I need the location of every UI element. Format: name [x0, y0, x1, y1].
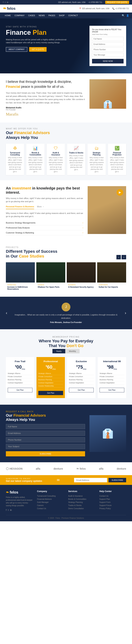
footer-link-item[interactable]: Trades & Stocks	[68, 504, 95, 507]
footer-link-item[interactable]: Audit & Insurance	[68, 494, 95, 498]
footer-facebook-icon[interactable]: f	[6, 509, 6, 511]
tab-personal-finance[interactable]: Personal Finance & Business	[6, 206, 34, 209]
nav-cases[interactable]: CASES	[26, 12, 37, 18]
form-message-input[interactable]	[92, 53, 124, 57]
service-card-projection: 💹 Financial Projection Why money in thei…	[108, 144, 126, 175]
toggle-monthly[interactable]: Monthly	[65, 349, 80, 353]
cta-subject-input[interactable]	[6, 444, 85, 449]
play-button[interactable]: ▶	[117, 189, 123, 196]
cta-name-input[interactable]	[6, 424, 85, 429]
testimonial-next-button[interactable]: ›	[125, 311, 126, 316]
partner-1: alfa	[36, 467, 40, 470]
case-header: PROJECTS Different Types of Successin Ou…	[6, 246, 126, 259]
footer-link-item[interactable]: Demo Consultation	[68, 507, 95, 510]
case-next-button[interactable]: ›	[122, 255, 126, 259]
nav-home[interactable]: HOME	[3, 12, 13, 18]
author-signature: Marafis	[6, 112, 85, 116]
case-tag-1: FINANCE	[38, 284, 64, 286]
cta-email-input[interactable]	[6, 430, 85, 436]
nav-contact[interactable]: CONTACT	[66, 12, 79, 18]
main-nav: HOME COMPANY CASES NEWS PAGES SHOP CONTA…	[0, 12, 132, 18]
footer-social-links[interactable]: f t in	[6, 509, 33, 511]
search-icon[interactable]: 🔍	[122, 14, 125, 17]
footer-link-item[interactable]: Financial Advisors	[37, 498, 64, 501]
service-desc-3: Why money in their office, right? If als…	[69, 154, 83, 171]
form-email-input[interactable]	[92, 42, 124, 46]
service-card-strategic: 🗂 Strategic Planning Why money in their …	[87, 144, 106, 175]
form-name-input[interactable]	[92, 37, 124, 41]
footer-link-item[interactable]: Bonds & Commodities	[68, 498, 95, 501]
about-body: Your money don't break you now. That's c…	[6, 92, 85, 104]
cta-phone-input[interactable]	[6, 437, 85, 442]
plan-button-1[interactable]: Get Plan	[38, 391, 63, 395]
nav-news[interactable]: NEWS	[37, 12, 47, 18]
case-overlay-1: FINANCE Dhabour For Spare Parts	[36, 282, 65, 290]
footer-link-item[interactable]: Support Plan	[99, 498, 126, 501]
form-phone-input[interactable]	[92, 48, 124, 52]
case-image-1	[36, 262, 65, 282]
investment-content: An investment in knowledge pays the best…	[6, 186, 83, 235]
case-overlay-2: BUSINESS A Homeland Security Agency	[67, 282, 96, 290]
service-title-5: Financial Projection	[110, 152, 124, 156]
footer-link-item[interactable]: Support Form	[99, 501, 126, 504]
plan-button-2[interactable]: Get Plan	[69, 388, 94, 392]
case-overlay-3: CORPORATE Sultan for Car Imports	[97, 282, 126, 290]
newsletter-email-input[interactable]	[74, 478, 107, 482]
footer-linkedin-icon[interactable]: in	[10, 509, 12, 511]
toggle-yearly[interactable]: Yearly	[53, 349, 65, 353]
pricing-card-professional: Professional $60/mo Strategic Alliance P…	[36, 357, 65, 398]
linkedin-icon[interactable]: in	[7, 1, 8, 3]
case-prev-button[interactable]: ‹	[116, 255, 121, 259]
turnaround-icon: ♻	[8, 146, 22, 151]
form-submit-button[interactable]: SEND NOW	[92, 59, 124, 64]
newsletter-subscribe-button[interactable]: SUBSCRIBE	[109, 478, 126, 482]
case-image-3	[97, 262, 126, 282]
footer-link-item[interactable]: Contact Us	[99, 494, 126, 498]
partner-icon-0: ⬡	[6, 467, 9, 471]
services-title: Our Financial AdvisorsAlways Help You	[6, 130, 126, 140]
request-quote-button[interactable]: REQUEST FOR QUOTE	[105, 1, 129, 4]
footer-link-item[interactable]: Privacy Policy	[99, 507, 126, 510]
user-icon[interactable]: 👤	[126, 14, 129, 17]
twitter-icon[interactable]: t	[5, 1, 5, 3]
case-card-3: CORPORATE Sultan for Car Imports	[97, 262, 126, 292]
social-links[interactable]: f t in	[3, 1, 8, 3]
newsletter-title: Get our latest company updates	[6, 480, 42, 482]
nav-shop[interactable]: SHOP	[57, 12, 66, 18]
footer-services-links: Audit & Insurance Bonds & Commodities St…	[68, 494, 95, 510]
nav-pages[interactable]: PAGES	[47, 12, 57, 18]
footer-link-item[interactable]: Turnaround Consulting	[37, 494, 64, 498]
plan-button-3[interactable]: Get Plan	[100, 388, 124, 392]
hero-tag: STAY SAFE WITH STRONG	[6, 26, 68, 28]
footer-link-item[interactable]: Gold Manager	[37, 501, 64, 504]
cta-form: SUBSCRIBE	[6, 424, 85, 456]
about-company-button[interactable]: ABOUT COMPANY	[6, 47, 27, 52]
cta-subscribe-button[interactable]: SUBSCRIBE	[6, 451, 85, 456]
footer-twitter-icon[interactable]: t	[8, 509, 8, 511]
footer-help-col: Help Center Contact Us Support Plan Supp…	[99, 490, 126, 511]
plan-button-0[interactable]: Get Plan	[8, 388, 32, 392]
footer-help-links: Contact Us Support Plan Support Form Sup…	[99, 494, 126, 510]
service-card-audit: 🛡 Audit & Insurance Why money in their o…	[47, 144, 65, 175]
nav-company[interactable]: COMPANY	[13, 12, 26, 18]
footer-link-item[interactable]: Support Forum	[99, 504, 126, 507]
top-address: 325 admiral unit, North care, USA	[58, 1, 86, 3]
feature-item: Investor Relationship	[38, 384, 63, 388]
service-desc-4: Why money in their office, right? If als…	[89, 156, 104, 173]
service-title-2: Audit & Insurance	[49, 152, 63, 156]
pricing-section: MEMBERSHIP PRICING Where You Pay for Eve…	[0, 329, 132, 405]
testimonial-prev-button[interactable]: ‹	[6, 311, 7, 316]
pricing-grid: Free Trail $00/mo Strategic Alliance Pri…	[6, 357, 126, 398]
feature-item: Private Consortium	[69, 375, 94, 378]
site-logo[interactable]: ❧ felos	[3, 6, 16, 11]
get-quote-button[interactable]: GET A QUOTE	[29, 47, 47, 52]
footer-link-item[interactable]: Careers	[37, 504, 64, 507]
facebook-icon[interactable]: f	[3, 1, 3, 3]
footer-link-item[interactable]: Strategy Planning	[68, 501, 95, 504]
partner-name-4: alfa	[99, 467, 103, 470]
footer-link-item[interactable]: Contact Us	[37, 507, 64, 510]
partner-name-5: denture	[117, 467, 126, 470]
services-grid: ♻ Turnaround Consulting Why money in the…	[6, 144, 126, 175]
tab-more[interactable]: More →	[37, 206, 44, 209]
header-address: 📍 325 admiral unit, North care, USA	[79, 8, 109, 10]
